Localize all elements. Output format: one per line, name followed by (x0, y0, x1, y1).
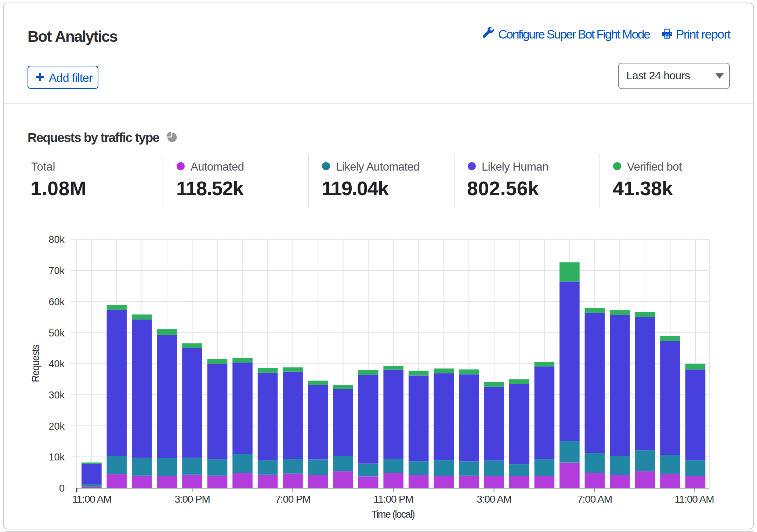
svg-text:Time (local): Time (local) (371, 509, 414, 520)
svg-text:11:00 AM: 11:00 AM (72, 493, 111, 505)
svg-text:60k: 60k (48, 296, 65, 307)
svg-text:80k: 80k (48, 234, 65, 245)
svg-text:11:00 PM: 11:00 PM (373, 493, 413, 505)
svg-text:3:00 PM: 3:00 PM (174, 493, 210, 505)
svg-text:20k: 20k (48, 421, 65, 432)
svg-text:10k: 10k (48, 452, 65, 463)
svg-text:30k: 30k (48, 390, 65, 401)
svg-text:70k: 70k (48, 265, 65, 276)
svg-text:Requests: Requests (30, 345, 41, 382)
svg-text:0: 0 (59, 483, 65, 494)
svg-text:3:00 AM: 3:00 AM (477, 493, 511, 505)
svg-text:40k: 40k (48, 358, 65, 369)
svg-text:11:00 AM: 11:00 AM (674, 493, 714, 505)
svg-text:7:00 PM: 7:00 PM (275, 493, 310, 505)
svg-text:50k: 50k (48, 328, 65, 339)
svg-text:7:00 AM: 7:00 AM (577, 493, 612, 505)
